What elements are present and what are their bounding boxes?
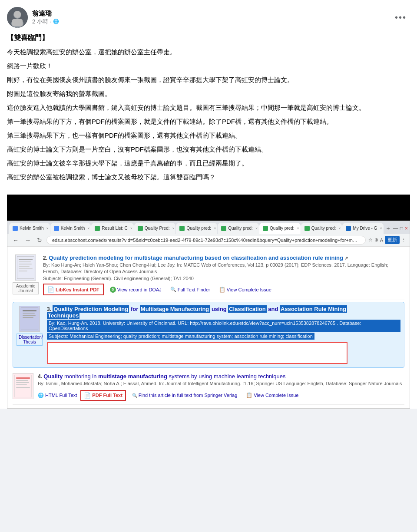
post-content: 【雙喜臨門】 今天檢調搜索高虹安的辦公室，還把她的辦公室主任帶走。 網路一片歡欣…: [7, 32, 410, 191]
post-header: 翁達瑞 2 小時 · 🌐 •••: [7, 7, 410, 28]
tab-label-2: Kelvin Smith: [61, 226, 85, 231]
svg-rect-22: [16, 387, 30, 388]
tab-close-5[interactable]: ×: [214, 226, 216, 231]
browser-action-buttons: ☆ ⊕ A 更新 ⋮: [368, 236, 406, 244]
result-3-title-multistage: Multistage Manufacturing: [140, 305, 210, 313]
browser-tab-5[interactable]: Quality pred: ×: [176, 223, 217, 234]
paragraph-4: 剛好，有位在美國俄亥俄州讀書的臉友傳來一張截圖，證實辛辛那提大學下架了高虹安的博…: [7, 75, 410, 85]
result-4-title-quality[interactable]: Quality monitoring in multistage manufac…: [43, 373, 285, 380]
maximize-btn[interactable]: □: [400, 225, 403, 231]
paragraph-10: 高虹安的博士論文被辛辛那提大學下架，這應是千真萬確的事，而且已經兩星期了。: [7, 158, 410, 169]
tab-favicon-3: [95, 226, 100, 231]
browser-tab-1[interactable]: Kelvin Smith ×: [9, 223, 50, 234]
tab-label-5: Quality pred:: [186, 226, 211, 231]
libkey-pdf-button[interactable]: 📄 LibKey Instant PDF: [43, 284, 104, 295]
result-3-title[interactable]: 3. Quality Prediction Modeling for Multi…: [47, 306, 400, 319]
result-4-title-line: 4. Quality monitoring in multistage manu…: [38, 373, 404, 380]
result-4-row: 4. Quality monitoring in multistage manu…: [13, 373, 404, 400]
back-button[interactable]: ←: [11, 236, 20, 245]
result-2-title[interactable]: Quality prediction modeling for multista…: [49, 254, 343, 261]
paragraph-6: 這位臉友進入他就讀的大學圖書館，鍵入高虹安的博士論文題目。截圖有三筆搜尋結果；中…: [7, 102, 410, 113]
result-3-thumbnail: [19, 306, 40, 332]
springer-button[interactable]: 🔍 Find this article in full text from Sp…: [129, 391, 240, 399]
paragraph-2: 今天檢調搜索高虹安的辦公室，還把她的辦公室主任帶走。: [7, 47, 410, 57]
doaj-button[interactable]: D View record in DOAJ: [107, 285, 164, 294]
tab-favicon-4: [138, 226, 143, 231]
result-3-title-classification: Classification: [228, 305, 267, 313]
tab-close-8[interactable]: ×: [338, 226, 341, 231]
tab-label-7: Quality pred:: [270, 226, 295, 231]
libkey-pdf-label: LibKey Instant PDF: [56, 287, 99, 292]
svg-rect-18: [16, 377, 30, 379]
tab-close-4[interactable]: ×: [172, 226, 174, 231]
result-3-left: Dissertation/Thesis: [17, 306, 43, 346]
tab-favicon-1: [13, 226, 18, 231]
svg-rect-15: [23, 315, 36, 316]
result-2-thumbnail: [15, 254, 36, 281]
add-tab-button[interactable]: +: [384, 224, 393, 233]
extensions-icon[interactable]: ⊕: [374, 237, 378, 243]
result-4-thumbnail: [13, 373, 33, 399]
author-name: 翁達瑞: [32, 10, 59, 18]
browser-tab-4[interactable]: Quality Pred: ×: [134, 223, 176, 234]
tab-close-2[interactable]: ×: [87, 226, 89, 231]
result-item-2: Academic Journal 2. Quality prediction m…: [13, 250, 404, 301]
view-complete-issue-label-2: View Complete Issue: [227, 287, 271, 292]
update-button[interactable]: 更新: [385, 236, 400, 244]
result-4-actions: 🌐 HTML Full Text 📄 PDF Full Text 🔍 Find: [38, 390, 404, 401]
browser-tab-2[interactable]: Kelvin Smith ×: [50, 223, 91, 234]
tab-label-3: Result List: C: [102, 226, 127, 231]
result-4-content: 4. Quality monitoring in multistage manu…: [38, 373, 404, 400]
svg-rect-21: [16, 384, 27, 385]
result-3-type: Dissertation/Thesis: [17, 334, 43, 346]
black-bar: [7, 195, 410, 221]
paragraph-1: 【雙喜臨門】: [7, 32, 410, 43]
result-3-subjects-container: Subjects: Mechanical Engineering; qualit…: [47, 333, 314, 340]
tab-close-3[interactable]: ×: [130, 226, 132, 231]
tab-close-7[interactable]: ×: [297, 226, 299, 231]
result-2-left: Academic Journal: [13, 254, 39, 294]
profile-icon[interactable]: A: [380, 238, 383, 243]
reload-button[interactable]: ↻: [35, 236, 44, 245]
browser-tab-9[interactable]: My Drive - G ×: [342, 223, 383, 234]
tab-close-1[interactable]: ×: [46, 226, 49, 231]
tab-label-1: Kelvin Smith: [20, 226, 44, 231]
pdf-full-text-button[interactable]: 📄 PDF Full Text: [80, 390, 126, 401]
tab-favicon-8: [304, 226, 310, 231]
menu-icon[interactable]: ⋮: [401, 237, 406, 243]
springer-label: Find this article in full text from Spri…: [139, 393, 237, 398]
full-text-finder-button[interactable]: 🔍 Full Text Finder: [168, 285, 213, 294]
result-3-content: 3. Quality Prediction Modeling for Multi…: [47, 306, 400, 364]
result-3-title-techniques: Techniques: [47, 312, 79, 319]
browser-controls: ← → ↻ eds.s.ebscohost.com/eds/results?vi…: [7, 234, 410, 247]
close-btn[interactable]: ×: [405, 225, 408, 231]
forward-button[interactable]: →: [23, 236, 33, 245]
browser-tab-8[interactable]: Quality pred: ×: [301, 223, 342, 234]
result-4-meta: By: Ismail, Mohamed-Mostafa; Noha A.; El…: [38, 380, 404, 387]
view-complete-issue-button-2[interactable]: 📋 View Complete Issue: [216, 285, 274, 294]
post-card: 翁達瑞 2 小時 · 🌐 ••• 【雙喜臨門】 今天檢調搜索高虹安的辦公室，還把…: [0, 0, 417, 409]
book-icon-4: 📋: [246, 392, 252, 398]
paragraph-11: 高虹安的辦公室被檢調搜索，博士論文又被母校下架。這算雙喜臨門嗎？: [7, 172, 410, 182]
html-full-text-button[interactable]: 🌐 HTML Full Text: [38, 393, 77, 398]
browser-tab-3[interactable]: Result List: C ×: [91, 223, 133, 234]
tab-favicon-5: [179, 226, 185, 231]
minimize-btn[interactable]: —: [393, 225, 398, 231]
browser-tab-6[interactable]: Quality pred: ×: [218, 223, 259, 234]
svg-rect-13: [23, 310, 36, 311]
view-complete-issue-button-4[interactable]: 📋 View Complete Issue: [243, 391, 301, 400]
address-bar[interactable]: eds.s.ebscohost.com/eds/results?vid=5&si…: [46, 236, 366, 245]
tab-close-9[interactable]: ×: [380, 226, 382, 231]
tab-favicon-2: [54, 226, 59, 231]
svg-rect-7: [19, 261, 31, 262]
star-icon[interactable]: ☆: [368, 237, 373, 243]
result-3-title-using: using: [212, 306, 228, 312]
browser-tab-7[interactable]: Quality pred: ×: [259, 223, 301, 234]
author-info: 翁達瑞 2 小時 · 🌐: [32, 10, 59, 26]
result-3-row: Dissertation/Thesis 3. Quality Predictio…: [17, 306, 400, 364]
tab-close-6[interactable]: ×: [255, 226, 258, 231]
paragraph-7: 第一筆搜尋結果的下方，有個PDF的檔案圖形，就是文件的下載連結。除了PDF檔，還…: [7, 116, 410, 127]
more-options-button[interactable]: •••: [391, 11, 410, 24]
result-4-left: [13, 373, 33, 399]
result-item-3: Dissertation/Thesis 3. Quality Predictio…: [13, 302, 404, 368]
